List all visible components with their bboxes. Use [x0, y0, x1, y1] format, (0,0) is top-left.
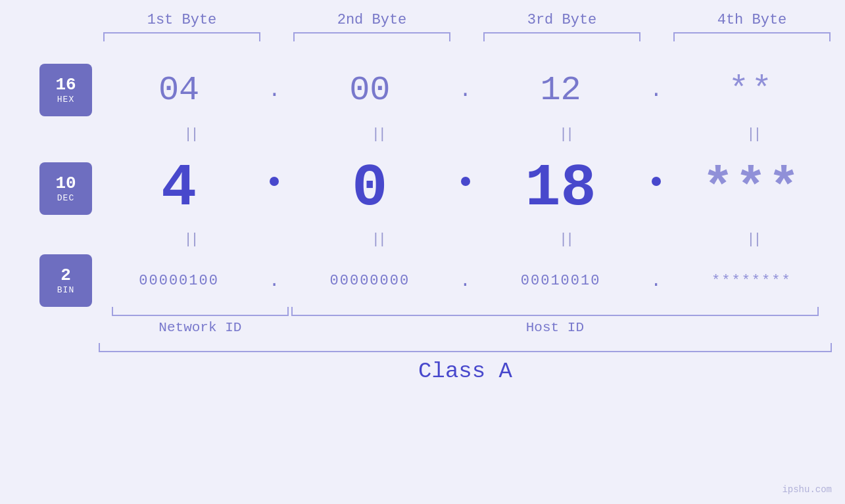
network-id-label-cell: Network ID: [112, 320, 289, 335]
bin-base-number: 2: [60, 266, 71, 285]
class-label: Class A: [418, 359, 512, 384]
network-bracket: [112, 307, 289, 316]
bin-dot3: .: [650, 271, 662, 291]
hex-base-label: HEX: [57, 95, 74, 104]
bin-section: 2 BIN 00000100 . 00000000 . 00010010: [0, 252, 845, 335]
bottom-brackets-wrap: [112, 307, 819, 316]
hex-eq1-icon: ||: [183, 127, 197, 142]
dec-badge: 10 DEC: [39, 162, 92, 215]
byte2-label: 2nd Byte: [337, 12, 407, 28]
bin-sep1: .: [259, 271, 289, 291]
hex-sep3: .: [641, 78, 671, 103]
hex-b4-value: **: [729, 71, 775, 110]
dec-b1-cell: 4: [99, 155, 259, 222]
dec-b1-value: 4: [161, 155, 197, 222]
bracket-byte2: [293, 32, 450, 41]
host-id-label: Host ID: [526, 320, 584, 335]
hex-equals-row: || || || ||: [13, 123, 832, 147]
bin-b2-cell: 00000000: [289, 273, 450, 289]
bin-badge-col: 2 BIN: [13, 254, 99, 307]
dec-eq2-icon: ||: [372, 233, 385, 247]
dec-section: 10 DEC 4 0 18: [0, 147, 845, 252]
byte2-header: 2nd Byte: [292, 12, 452, 28]
dec-equals-row: || || || ||: [13, 228, 832, 252]
id-labels-row: Network ID Host ID: [112, 320, 819, 335]
hex-b3-value: 12: [540, 71, 581, 110]
bracket-byte1: [103, 32, 260, 41]
hex-eq1: ||: [112, 123, 269, 147]
dec-eq2: ||: [299, 228, 456, 252]
byte4-header: 4th Byte: [672, 12, 832, 28]
bin-values-row: 00000100 . 00000000 . 00010010 .: [99, 271, 832, 291]
hex-dot3: .: [650, 78, 662, 103]
dec-b3-value: 18: [525, 155, 596, 222]
dec-badge-col: 10 DEC: [13, 162, 99, 215]
dec-base-label: DEC: [57, 193, 74, 203]
hex-values-row: 04 . 00 . 12 . **: [99, 71, 832, 110]
dec-b3-cell: 18: [481, 155, 641, 222]
byte3-header: 3rd Byte: [482, 12, 642, 28]
hex-badge-col: 16 HEX: [13, 64, 99, 116]
main-layout: 1st Byte 2nd Byte 3rd Byte 4th Byte: [0, 0, 845, 504]
byte-headers-row: 1st Byte 2nd Byte 3rd Byte 4th Byte: [102, 12, 832, 28]
hex-eq3: ||: [487, 123, 644, 147]
hex-eq4-icon: ||: [746, 127, 760, 142]
bin-b2-value: 00000000: [330, 273, 410, 289]
dec-eq3-icon: ||: [559, 233, 572, 247]
hex-dot1: .: [268, 78, 281, 103]
hex-eq2: ||: [299, 123, 456, 147]
bin-sep3: .: [641, 271, 671, 291]
byte1-label: 1st Byte: [147, 12, 217, 28]
network-id-label: Network ID: [158, 320, 241, 335]
dec-eq1-icon: ||: [183, 233, 197, 247]
host-bracket: [291, 307, 819, 316]
bin-dot2: .: [460, 271, 471, 291]
dec-dot2-icon: [461, 177, 470, 186]
dec-b2-cell: 0: [289, 155, 450, 222]
dec-sep3: [641, 177, 671, 200]
hex-sep1: .: [259, 78, 289, 103]
dec-data-row: 10 DEC 4 0 18: [13, 149, 832, 228]
bin-sep2: .: [450, 271, 481, 291]
hex-b3-cell: 12: [481, 71, 641, 110]
hex-badge: 16 HEX: [39, 64, 92, 116]
bracket-byte3: [483, 32, 640, 41]
bin-b4-cell: ********: [671, 273, 832, 289]
dec-b2-value: 0: [352, 155, 387, 222]
dec-eq1: ||: [112, 228, 269, 252]
bin-b1-value: 00000100: [139, 273, 219, 289]
hex-eq3-icon: ||: [559, 127, 572, 142]
hex-b1-cell: 04: [99, 71, 259, 110]
top-section: 1st Byte 2nd Byte 3rd Byte 4th Byte: [0, 0, 845, 51]
byte1-header: 1st Byte: [102, 12, 262, 28]
hex-eq2-icon: ||: [372, 127, 385, 142]
bottom-brackets-section: Network ID Host ID: [13, 307, 832, 335]
hex-sep2: .: [450, 78, 481, 103]
dec-base-number: 10: [55, 174, 76, 193]
hex-section: 16 HEX 04 . 00 . 12: [0, 51, 845, 147]
byte4-label: 4th Byte: [717, 12, 787, 28]
class-section: Class A: [0, 343, 845, 384]
bin-b1-cell: 00000100: [99, 273, 259, 289]
bin-b3-cell: 00010010: [481, 273, 641, 289]
dec-sep1: [259, 177, 289, 200]
hex-b4-cell: **: [671, 71, 832, 110]
bin-b4-value: ********: [712, 273, 792, 289]
dec-dot3-icon: [652, 177, 661, 186]
hex-base-number: 16: [55, 76, 76, 95]
bin-dot1: .: [269, 271, 280, 291]
dec-eq3: ||: [487, 228, 644, 252]
dec-sep2: [450, 177, 481, 200]
top-brackets-row: [102, 32, 832, 41]
hex-b1-value: 04: [158, 71, 199, 110]
class-bracket: [99, 343, 832, 352]
dec-dot1-icon: [270, 177, 279, 186]
hex-dot2: .: [459, 78, 471, 103]
dec-eq4: ||: [675, 228, 832, 252]
dec-b4-cell: ***: [671, 159, 832, 219]
bin-b3-value: 00010010: [521, 273, 601, 289]
bin-data-row: 2 BIN 00000100 . 00000000 . 00010010: [13, 254, 832, 307]
bracket-byte4: [673, 32, 831, 41]
hex-eq4: ||: [675, 123, 832, 147]
hex-data-row: 16 HEX 04 . 00 . 12: [13, 57, 832, 123]
